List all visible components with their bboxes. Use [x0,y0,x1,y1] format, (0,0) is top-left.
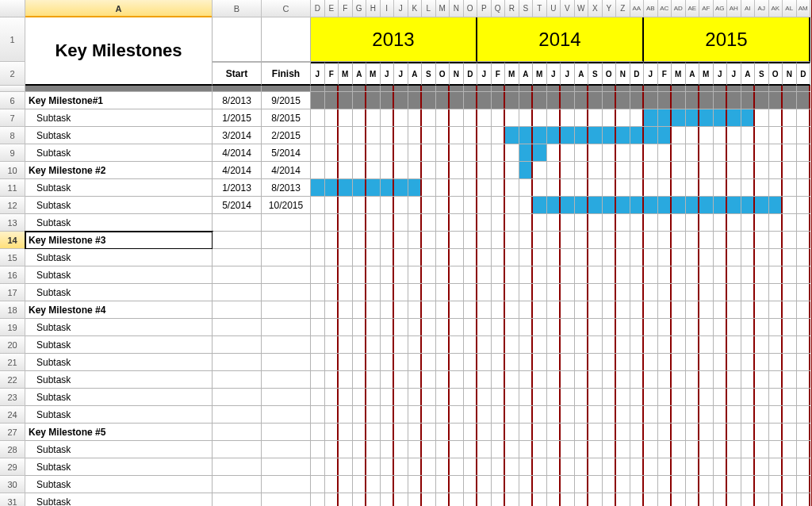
gantt-cell[interactable] [450,109,464,127]
gantt-cell[interactable] [575,476,589,493]
finish-date-cell[interactable] [262,336,311,354]
gantt-cell[interactable] [603,476,617,493]
gantt-cell[interactable] [394,301,408,319]
gantt-cell[interactable] [769,266,783,284]
gantt-cell[interactable] [741,92,756,109]
gantt-cell[interactable] [519,424,534,441]
subtask-name[interactable]: Subtask [25,458,213,476]
col-header-month[interactable]: K [408,0,423,17]
gantt-cell[interactable] [408,92,423,109]
subtask-name[interactable]: Subtask [25,144,213,162]
gantt-cell[interactable] [353,354,367,371]
gantt-cell[interactable] [769,92,783,109]
gantt-cell[interactable] [408,179,423,197]
gantt-cell[interactable] [366,266,381,284]
gantt-cell[interactable] [353,493,367,506]
gantt-cell[interactable] [519,284,534,301]
gantt-cell[interactable] [408,458,423,476]
start-date-cell[interactable] [213,441,262,458]
gantt-cell[interactable] [686,354,700,371]
month-header[interactable]: M [699,62,714,86]
gantt-cell[interactable] [783,162,797,179]
col-header-month[interactable]: AE [686,0,700,17]
gantt-cell[interactable] [783,197,797,214]
year-header[interactable]: 2015 [644,17,810,62]
gantt-cell[interactable] [769,197,783,214]
gantt-cell[interactable] [755,162,769,179]
gantt-cell[interactable] [477,354,492,371]
gantt-cell[interactable] [381,92,395,109]
gantt-cell[interactable] [519,214,534,232]
gantt-cell[interactable] [408,476,423,493]
gantt-cell[interactable] [769,458,783,476]
gantt-cell[interactable] [603,179,617,197]
month-header[interactable]: S [588,62,603,86]
gantt-cell[interactable] [616,493,630,506]
gantt-cell[interactable] [699,197,714,214]
gantt-cell[interactable] [727,441,741,458]
title-cell[interactable]: Key Milestones [25,17,213,86]
gantt-cell[interactable] [477,476,492,493]
gantt-cell[interactable] [714,249,728,266]
gantt-cell[interactable] [769,424,783,441]
gantt-cell[interactable] [714,354,728,371]
gantt-cell[interactable] [547,319,561,336]
gantt-cell[interactable] [588,144,603,162]
gantt-cell[interactable] [714,284,728,301]
gantt-cell[interactable] [547,389,561,406]
month-header[interactable]: J [547,62,561,86]
gantt-cell[interactable] [797,441,811,458]
gantt-cell[interactable] [672,284,686,301]
gantt-cell[interactable] [658,371,672,389]
gantt-cell[interactable] [644,424,658,441]
gantt-cell[interactable] [505,92,519,109]
gantt-cell[interactable] [492,319,506,336]
col-header-month[interactable]: W [575,0,589,17]
start-date-cell[interactable] [213,301,262,319]
gantt-cell[interactable] [519,249,534,266]
gantt-cell[interactable] [464,354,478,371]
month-header[interactable]: M [339,62,353,86]
col-header-month[interactable]: Z [616,0,630,17]
gantt-cell[interactable] [339,406,353,424]
finish-date-cell[interactable] [262,266,311,284]
gantt-cell[interactable] [533,109,547,127]
col-header-month[interactable]: AH [727,0,741,17]
gantt-cell[interactable] [381,354,395,371]
subtask-name[interactable]: Subtask [25,284,213,301]
milestone-name[interactable]: Key Milestone #2 [25,162,213,179]
gantt-cell[interactable] [797,197,811,214]
gantt-cell[interactable] [311,109,325,127]
gantt-cell[interactable] [353,162,367,179]
month-header[interactable]: A [741,62,756,86]
gantt-cell[interactable] [366,441,381,458]
gantt-cell[interactable] [381,197,395,214]
gantt-cell[interactable] [353,249,367,266]
gantt-cell[interactable] [755,144,769,162]
gantt-cell[interactable] [353,441,367,458]
gantt-cell[interactable] [519,441,534,458]
gantt-cell[interactable] [686,197,700,214]
gantt-cell[interactable] [658,458,672,476]
gantt-cell[interactable] [477,441,492,458]
gantt-cell[interactable] [450,232,464,249]
gantt-cell[interactable] [547,179,561,197]
gantt-cell[interactable] [408,371,423,389]
row-header[interactable] [0,86,25,92]
gantt-cell[interactable] [658,476,672,493]
gantt-cell[interactable] [769,109,783,127]
gantt-cell[interactable] [381,441,395,458]
gantt-cell[interactable] [769,144,783,162]
gantt-cell[interactable] [575,109,589,127]
gantt-cell[interactable] [422,406,436,424]
gantt-cell[interactable] [630,284,645,301]
month-header[interactable]: M [505,62,519,86]
finish-date-cell[interactable]: 10/2015 [262,197,311,214]
gantt-cell[interactable] [464,92,478,109]
gantt-cell[interactable] [699,162,714,179]
col-header-month[interactable]: U [547,0,561,17]
gantt-cell[interactable] [783,266,797,284]
gantt-cell[interactable] [408,319,423,336]
col-header-month[interactable]: M [436,0,450,17]
gantt-cell[interactable] [658,144,672,162]
